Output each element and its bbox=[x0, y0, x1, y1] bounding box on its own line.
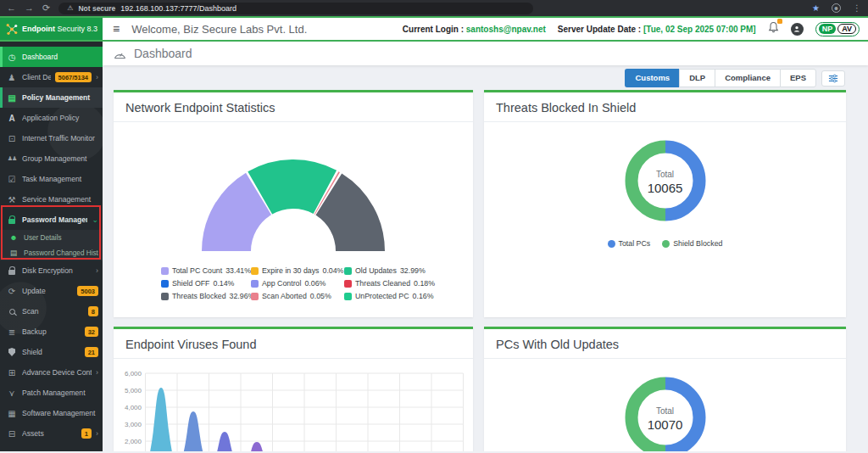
donut-legend: Total PCs Shield Blocked bbox=[484, 239, 846, 248]
shield-badge: 21 bbox=[85, 347, 98, 357]
svg-text:2,000: 2,000 bbox=[125, 438, 142, 445]
current-login: Current Login : santoshs@npav.net bbox=[403, 25, 546, 34]
sidebar-item-service-management[interactable]: ⚒ Service Management bbox=[0, 189, 103, 210]
svg-text:6,000: 6,000 bbox=[125, 370, 142, 378]
svg-text:5,000: 5,000 bbox=[125, 387, 142, 394]
card-title: Endpoint Viruses Found bbox=[114, 329, 473, 359]
update-badge: 5003 bbox=[77, 286, 98, 296]
page-header: Dashboard bbox=[103, 42, 868, 65]
address-bar[interactable]: ⚠ Not secure 192.168.100.137:7777/Dashbo… bbox=[58, 3, 533, 14]
application-policy-icon: A bbox=[6, 114, 18, 123]
chevron-down-icon: ⌄ bbox=[92, 215, 98, 224]
sidebar-item-password-management[interactable]: Password Management ⌄ bbox=[0, 210, 103, 230]
software-icon: ▦ bbox=[6, 409, 18, 418]
backup-database-icon: ≣ bbox=[6, 327, 18, 337]
scan-badge: 8 bbox=[88, 306, 98, 316]
hamburger-menu-icon[interactable]: ≡ bbox=[113, 22, 120, 36]
shield-icon bbox=[6, 348, 18, 356]
bookmark-star-icon[interactable]: ★ bbox=[812, 3, 820, 13]
app-name: Endpoint Security 8.3 bbox=[22, 25, 97, 33]
npav-brand-logo: NP AV bbox=[815, 22, 860, 36]
lock-icon bbox=[6, 267, 18, 275]
client-details-badge: 5067/5134 bbox=[55, 72, 92, 82]
current-login-value: santoshs@npav.net bbox=[466, 25, 546, 34]
sidebar-item-task-management[interactable]: ☑ Task Management bbox=[0, 169, 103, 189]
client-details-icon: ♟ bbox=[6, 73, 18, 82]
sidebar-subitem-user-details[interactable]: ☻ User Details bbox=[0, 230, 103, 245]
reload-icon[interactable]: ⟳ bbox=[42, 3, 50, 13]
app-header: Endpoint Security 8.3 ≡ Welcome, Biz Sec… bbox=[0, 16, 868, 42]
not-secure-label[interactable]: Not secure bbox=[78, 4, 115, 13]
wrench-icon: ⚒ bbox=[6, 195, 18, 204]
card-network-endpoint-statistics: Network Endpoint Statistics Total PC Cou… bbox=[114, 90, 473, 317]
url-text[interactable]: 192.168.100.137:7777/Dashboard bbox=[120, 4, 236, 13]
sidebar-item-dashboard[interactable]: ◷ Dashboard bbox=[0, 47, 103, 67]
browser-menu-icon[interactable]: ⋮ bbox=[853, 3, 861, 13]
browser-profile-icon[interactable]: ☻ bbox=[832, 3, 841, 13]
card-pcs-with-old-updates: PCs With Old Updates Total 10070 bbox=[484, 327, 846, 451]
sidebar-item-advance-device-control[interactable]: ⊞ Advance Device Control › bbox=[0, 362, 103, 383]
chevron-right-icon: › bbox=[96, 429, 98, 438]
donut-total-label: Total bbox=[656, 170, 674, 179]
sidebar-item-group-management[interactable]: ♟♟ Group Management bbox=[0, 148, 103, 169]
chevron-right-icon: › bbox=[96, 73, 98, 81]
patch-icon: ⋎ bbox=[6, 389, 18, 398]
card-title: Threats Blocked In Shield bbox=[484, 92, 846, 122]
page-title: Dashboard bbox=[134, 47, 192, 60]
scan-magnifier-icon bbox=[6, 309, 18, 315]
notifications-button[interactable] bbox=[768, 21, 779, 36]
card-endpoint-viruses-found: Endpoint Viruses Found 6,0005,0004,0003,… bbox=[114, 327, 473, 451]
sidebar-item-software-management[interactable]: ▦ Software Management bbox=[0, 403, 103, 423]
task-icon: ☑ bbox=[6, 175, 18, 184]
svg-text:4,000: 4,000 bbox=[125, 404, 142, 411]
sidebar-item-application-policy[interactable]: A Application Policy bbox=[0, 108, 103, 128]
sidebar-item-disk-encryption[interactable]: Disk Encryption › bbox=[0, 260, 103, 281]
assets-badge: 1 bbox=[81, 428, 92, 439]
donut-chart-old-updates: Total 10070 bbox=[619, 371, 712, 451]
dashboard-icon: ◷ bbox=[6, 53, 18, 62]
chevron-right-icon: › bbox=[96, 266, 98, 275]
tab-customs[interactable]: Customs bbox=[625, 69, 679, 87]
sliders-filter-icon bbox=[828, 74, 838, 83]
sidebar-item-client-details[interactable]: ♟ Client Details 5067/5134 › bbox=[0, 67, 103, 87]
lock-icon bbox=[6, 216, 18, 224]
tab-dlp[interactable]: DLP bbox=[679, 69, 715, 87]
npav-av-mark: AV bbox=[837, 24, 856, 34]
tab-eps[interactable]: EPS bbox=[780, 69, 816, 87]
gauge-icon bbox=[113, 48, 127, 60]
donut-chart-threats: Total 10065 bbox=[619, 134, 712, 231]
sidebar-item-assets[interactable]: ⊟ Assets 1 › bbox=[0, 423, 103, 444]
back-icon[interactable]: ← bbox=[7, 3, 16, 13]
server-update-date: Server Update Date : [Tue, 02 Sep 2025 0… bbox=[558, 25, 756, 34]
backup-badge: 32 bbox=[85, 327, 98, 337]
app-logo: Endpoint Security 8.3 bbox=[0, 18, 103, 40]
sidebar-subitem-password-changed-history[interactable]: ▤ Password Changed History bbox=[0, 245, 103, 260]
dashboard-tabs: Customs DLP Compliance EPS bbox=[114, 69, 845, 87]
filter-button[interactable] bbox=[821, 70, 845, 87]
sidebar-item-patch-management[interactable]: ⋎ Patch Management bbox=[0, 383, 103, 403]
sidebar-item-internet-traffic-monitor[interactable]: ⊡ Internet Traffic Monitor bbox=[0, 128, 103, 148]
monitor-icon: ⊡ bbox=[6, 134, 18, 143]
user-avatar[interactable] bbox=[791, 23, 804, 36]
sidebar-item-shield[interactable]: Shield 21 bbox=[0, 342, 103, 362]
group-icon: ♟♟ bbox=[6, 155, 18, 162]
sidebar-item-update[interactable]: ⟳ Update 5003 bbox=[0, 281, 103, 301]
card-threats-blocked-in-shield: Threats Blocked In Shield Total 10065 To… bbox=[484, 90, 846, 317]
donut-total-value: 10070 bbox=[648, 417, 683, 432]
sidebar-item-backup[interactable]: ≣ Backup 32 bbox=[0, 322, 103, 342]
user-details-icon: ☻ bbox=[8, 233, 19, 242]
welcome-text: Welcome, Biz Secure Labs Pvt. Ltd. bbox=[131, 23, 307, 36]
donut-total-label: Total bbox=[656, 406, 674, 416]
tab-compliance[interactable]: Compliance bbox=[715, 69, 780, 87]
sidebar-item-scan[interactable]: Scan 8 bbox=[0, 301, 103, 322]
history-doc-icon: ▤ bbox=[8, 249, 19, 257]
policy-icon: ▤ bbox=[6, 93, 18, 103]
notification-badge bbox=[777, 19, 782, 24]
svg-text:3,000: 3,000 bbox=[125, 421, 142, 428]
browser-toolbar: ← → ⟳ ⚠ Not secure 192.168.100.137:7777/… bbox=[0, 0, 868, 16]
device-control-icon: ⊞ bbox=[6, 368, 18, 378]
forward-icon[interactable]: → bbox=[25, 3, 34, 13]
sidebar-item-policy-management[interactable]: ▤ Policy Management bbox=[0, 87, 103, 108]
npav-np-mark: NP bbox=[819, 24, 837, 34]
card-title: Network Endpoint Statistics bbox=[114, 92, 473, 122]
